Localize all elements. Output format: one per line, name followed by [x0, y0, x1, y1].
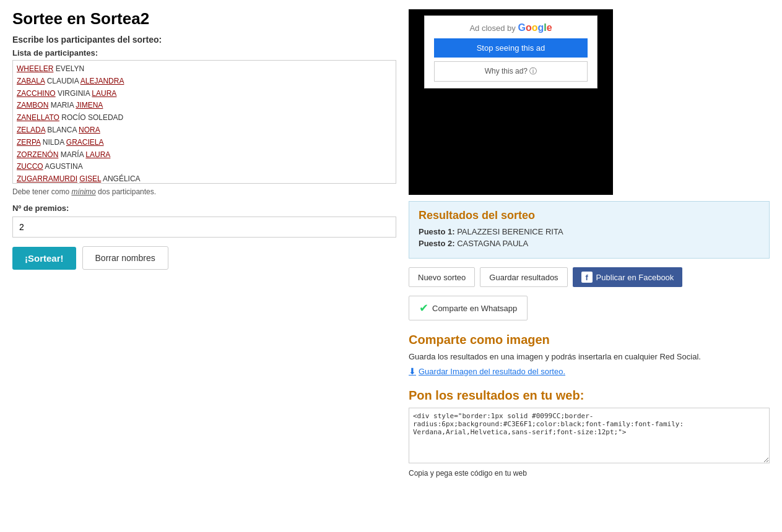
- right-panel: Ad closed by Google Stop seeing this ad …: [409, 9, 770, 478]
- list-item: ZABALA CLAUDIA ALEJANDRA: [17, 75, 392, 88]
- left-panel: Sortee en Sortea2 Escribe los participan…: [12, 9, 396, 478]
- why-ad-button[interactable]: Why this ad? ⓘ: [434, 61, 588, 82]
- list-item: ZUGARRAMURDI GISEL ANGÉLICA: [17, 173, 392, 184]
- hint-em: mínimo: [71, 187, 95, 196]
- guardar-imagen-link[interactable]: ⬇ Guardar Imagen del resultado del sorte…: [409, 366, 565, 376]
- facebook-icon: f: [581, 272, 593, 283]
- list-item: ZUCCO AGUSTINA: [17, 161, 392, 173]
- ad-container: Ad closed by Google Stop seeing this ad …: [409, 9, 613, 195]
- share-image-desc: Guarda los resultados en una imagen y po…: [409, 352, 770, 361]
- list-item: ZORZENÓN MARÍA LAURA: [17, 149, 392, 161]
- hint-text: Debe tener como mínimo dos participantes…: [12, 187, 396, 196]
- list-item: WHEELER EVELYN: [17, 63, 392, 75]
- ad-closed-banner: Ad closed by Google Stop seeing this ad …: [424, 15, 597, 88]
- list-item: ZANELLATO ROCÍO SOLEDAD: [17, 112, 392, 124]
- list-item: ZELADA BLANCA NORA: [17, 124, 392, 137]
- whatsapp-button[interactable]: ✔ Comparte en Whatsapp: [409, 296, 528, 320]
- result-puesto1: Puesto 1: PALAZZESI BERENICE RITA: [419, 227, 760, 236]
- puesto2-label: Puesto 2:: [419, 239, 455, 248]
- puesto1-value: PALAZZESI BERENICE RITA: [457, 227, 563, 236]
- whatsapp-label: Comparte en Whatsapp: [432, 304, 517, 313]
- publicar-facebook-button[interactable]: f Publicar en Facebook: [573, 267, 683, 287]
- share-image-section: Comparte como imagen Guarda los resultad…: [409, 333, 770, 388]
- download-icon: ⬇: [409, 366, 416, 376]
- embed-section: Pon los resultados en tu web: <div style…: [409, 388, 770, 478]
- nuevo-sorteo-button[interactable]: Nuevo sorteo: [409, 267, 475, 287]
- share-image-title: Comparte como imagen: [409, 333, 770, 347]
- whatsapp-icon: ✔: [419, 301, 428, 315]
- page-title: Sortee en Sortea2: [12, 9, 396, 28]
- results-box: Resultados del sorteo Puesto 1: PALAZZES…: [409, 201, 770, 259]
- guardar-resultados-button[interactable]: Guardar resultados: [480, 267, 567, 287]
- puesto2-value: CASTAGNA PAULA: [457, 239, 528, 248]
- premios-input[interactable]: [12, 217, 396, 238]
- borrar-button[interactable]: Borrar nombres: [82, 246, 168, 270]
- embed-hint: Copia y pega este código en tu web: [409, 469, 770, 478]
- results-title: Resultados del sorteo: [419, 209, 760, 222]
- list-item: ZACCHINO VIRGINIA LAURA: [17, 88, 392, 100]
- subtitle: Escribe los participantes del sorteo:: [12, 35, 396, 45]
- sortear-button[interactable]: ¡Sortear!: [12, 247, 76, 270]
- action-buttons: Nuevo sorteo Guardar resultados f Public…: [409, 267, 770, 287]
- list-item: ZERPA NILDA GRACIELA: [17, 137, 392, 149]
- publicar-facebook-label: Publicar en Facebook: [596, 273, 674, 282]
- embed-title: Pon los resultados en tu web:: [409, 388, 770, 403]
- google-label: Google: [518, 22, 552, 33]
- ad-closed-text: Ad closed by Google: [434, 22, 588, 33]
- participants-textarea[interactable]: WHEELER EVELYN ZABALA CLAUDIA ALEJANDRA …: [12, 60, 396, 184]
- participants-label: Lista de participantes:: [12, 48, 396, 58]
- whatsapp-row: ✔ Comparte en Whatsapp: [409, 296, 770, 320]
- embed-textarea[interactable]: <div style="border:1px solid #0099CC;bor…: [409, 408, 770, 463]
- list-item: ZAMBON MARIA JIMENA: [17, 100, 392, 112]
- premios-label: Nº de premios:: [12, 204, 396, 213]
- stop-ad-button[interactable]: Stop seeing this ad: [434, 38, 588, 58]
- buttons-row: ¡Sortear! Borrar nombres: [12, 246, 396, 270]
- puesto1-label: Puesto 1:: [419, 227, 455, 236]
- result-puesto2: Puesto 2: CASTAGNA PAULA: [419, 239, 760, 248]
- guardar-imagen-label: Guardar Imagen del resultado del sorteo.: [419, 367, 565, 376]
